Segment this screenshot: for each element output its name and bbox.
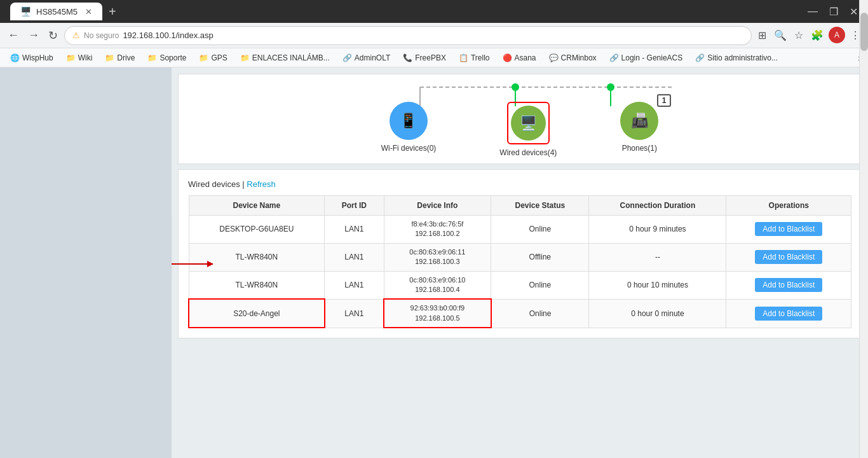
phones-icon: 📠 (620, 102, 658, 140)
wired-devices-item[interactable]: 🖥️ Wired devices(4) (499, 102, 557, 157)
table-row: S20-de-AngelLAN192:63:93:b0:00:f9192.168… (189, 299, 851, 328)
table-row: TL-WR840NLAN10c:80:63:e9:06:10192.168.10… (189, 271, 851, 299)
bookmark-gps[interactable]: 📁 GPS (194, 52, 232, 64)
profile-icon[interactable]: A (829, 27, 845, 43)
bookmark-genieacs-label: Login - GenieACS (621, 53, 683, 62)
bookmark-adminolt[interactable]: 🔗 AdminOLT (337, 52, 395, 64)
minimize-button[interactable]: — (803, 4, 823, 19)
bookmark-soporte-label: Soporte (159, 53, 186, 62)
navigation-bar: ← → ↻ ⚠ No seguro 192.168.100.1/index.as… (0, 23, 868, 48)
wired-devices-label: Wired devices(4) (499, 148, 557, 157)
bookmark-enlaces[interactable]: 📁 ENLACES INALÁMB... (235, 52, 335, 64)
wired-devices-section: Wired devices | Refresh Device Name Port… (178, 169, 862, 338)
bookmark-soporte-icon: 📁 (147, 53, 157, 62)
translate-icon[interactable]: ⊞ (756, 27, 769, 44)
section-header: Wired devices | Refresh (188, 179, 851, 189)
browser-tab[interactable]: 🖥️ HS8545M5 ✕ (10, 3, 102, 20)
table-row: DESKTOP-G6UA8EULAN1f8:e4:3b:dc:76:5f192.… (189, 216, 851, 244)
cell-device-info: f8:e4:3b:dc:76:5f192.168.100.2 (384, 216, 491, 244)
bookmark-genieacs[interactable]: 🔗 Login - GenieACS (604, 52, 688, 64)
bookmark-drive-label: Drive (117, 53, 135, 62)
wifi-devices-icon: 📱 (390, 102, 428, 140)
bookmark-gps-label: GPS (211, 53, 227, 62)
col-connection-duration: Connection Duration (589, 196, 726, 216)
bookmark-crminbox[interactable]: 💬 CRMinbox (544, 52, 602, 64)
table-header-row: Device Name Port ID Device Info Device S… (189, 196, 851, 216)
new-tab-btn[interactable]: + (102, 4, 123, 19)
no-secure-label: No seguro (84, 31, 119, 40)
extensions-icon[interactable]: 🧩 (808, 27, 826, 44)
add-to-blacklist-button[interactable]: Add to Blacklist (755, 250, 822, 264)
device-diagram: 📱 Wi-Fi devices(0) 🖥️ Wired devices(4) (178, 74, 862, 164)
scrollbar-thumb[interactable] (860, 13, 868, 51)
nav-icons: ⊞ 🔍 ☆ 🧩 A ⋮ (756, 27, 863, 44)
bookmark-genieacs-icon: 🔗 (609, 53, 619, 62)
bookmark-drive-icon: 📁 (105, 53, 114, 62)
tab-close-btn[interactable]: ✕ (85, 7, 92, 17)
sidebar (0, 67, 172, 458)
bookmark-wisphub[interactable]: 🌐 WispHub (5, 52, 58, 64)
bookmark-adminolt-icon: 🔗 (342, 53, 352, 62)
bookmark-asana-label: Asana (515, 53, 536, 62)
cell-connection-duration: 0 hour 0 minute (589, 299, 726, 328)
cell-port-id: LAN1 (325, 299, 384, 328)
url-text: 192.168.100.1/index.asp (123, 31, 213, 40)
devices-table: Device Name Port ID Device Info Device S… (188, 195, 851, 328)
bookmark-soporte[interactable]: 📁 Soporte (142, 52, 191, 64)
wifi-devices-item[interactable]: 📱 Wi-Fi devices(0) (381, 102, 437, 157)
bookmark-crminbox-label: CRMinbox (561, 53, 597, 62)
bookmark-trello-icon: 📋 (459, 53, 468, 62)
table-row: TL-WR840NLAN10c:80:63:e9:06:11192.168.10… (189, 243, 851, 271)
address-bar[interactable]: ⚠ No seguro 192.168.100.1/index.asp (64, 26, 752, 45)
scrollbar[interactable] (859, 0, 868, 458)
bookmark-freepbx-label: FreePBX (415, 53, 446, 62)
reload-button[interactable]: ↻ (46, 26, 60, 45)
maximize-button[interactable]: ❐ (824, 4, 843, 19)
bookmark-drive[interactable]: 📁 Drive (100, 52, 140, 64)
add-to-blacklist-button[interactable]: Add to Blacklist (755, 307, 822, 321)
bookmark-enlaces-icon: 📁 (240, 53, 250, 62)
cell-connection-duration: 0 hour 9 minutes (589, 216, 726, 244)
bookmarks-bar: 🌐 WispHub 📁 Wiki 📁 Drive 📁 Soporte 📁 GPS… (0, 48, 868, 67)
bookmark-freepbx-icon: 📞 (403, 53, 412, 62)
bookmark-star-icon[interactable]: ☆ (792, 27, 806, 44)
cell-device-status: Online (491, 299, 589, 328)
cell-device-name: TL-WR840N (189, 271, 325, 299)
bookmark-enlaces-label: ENLACES INALÁMB... (252, 53, 330, 62)
cell-device-name: DESKTOP-G6UA8EU (189, 216, 325, 244)
add-to-blacklist-button[interactable]: Add to Blacklist (755, 278, 822, 292)
bookmark-wiki[interactable]: 📁 Wiki (61, 52, 98, 64)
col-operations: Operations (726, 196, 851, 216)
forward-button[interactable]: → (25, 26, 42, 45)
bookmark-sitio[interactable]: 🔗 Sitio administrativo... (690, 52, 783, 64)
cell-operations: Add to Blacklist (726, 243, 851, 271)
page-content: 📱 Wi-Fi devices(0) 🖥️ Wired devices(4) (0, 67, 868, 458)
cell-device-info: 92:63:93:b0:00:f9192.168.100.5 (384, 299, 491, 328)
zoom-icon[interactable]: 🔍 (771, 27, 789, 44)
cell-device-status: Online (491, 271, 589, 299)
cell-device-status: Online (491, 216, 589, 244)
bookmark-asana[interactable]: 🔴 Asana (498, 52, 541, 64)
wifi-devices-label: Wi-Fi devices(0) (381, 144, 437, 153)
bookmark-freepbx[interactable]: 📞 FreePBX (398, 52, 451, 64)
phones-item[interactable]: 📠 1 Phones(1) (620, 102, 658, 157)
bookmark-adminolt-label: AdminOLT (355, 53, 390, 62)
svg-point-4 (512, 83, 519, 91)
back-button[interactable]: ← (5, 26, 22, 45)
svg-point-5 (607, 83, 614, 91)
cell-connection-duration: -- (589, 243, 726, 271)
bookmark-asana-icon: 🔴 (503, 53, 512, 62)
phones-label: Phones(1) (622, 144, 657, 153)
cell-device-info: 0c:80:63:e9:06:11192.168.100.3 (384, 243, 491, 271)
bookmark-wiki-label: Wiki (78, 53, 93, 62)
refresh-link[interactable]: Refresh (247, 179, 276, 189)
add-to-blacklist-button[interactable]: Add to Blacklist (755, 222, 822, 236)
cell-connection-duration: 0 hour 10 minutes (589, 271, 726, 299)
main-content: 📱 Wi-Fi devices(0) 🖥️ Wired devices(4) (172, 67, 868, 458)
bookmark-wisphub-icon: 🌐 (10, 53, 20, 62)
warning-icon: ⚠ (72, 31, 80, 40)
bookmark-trello[interactable]: 📋 Trello (454, 52, 495, 64)
window-controls: — ❐ ✕ (803, 4, 863, 19)
bookmark-gps-icon: 📁 (199, 53, 208, 62)
bookmark-wisphub-label: WispHub (22, 53, 53, 62)
